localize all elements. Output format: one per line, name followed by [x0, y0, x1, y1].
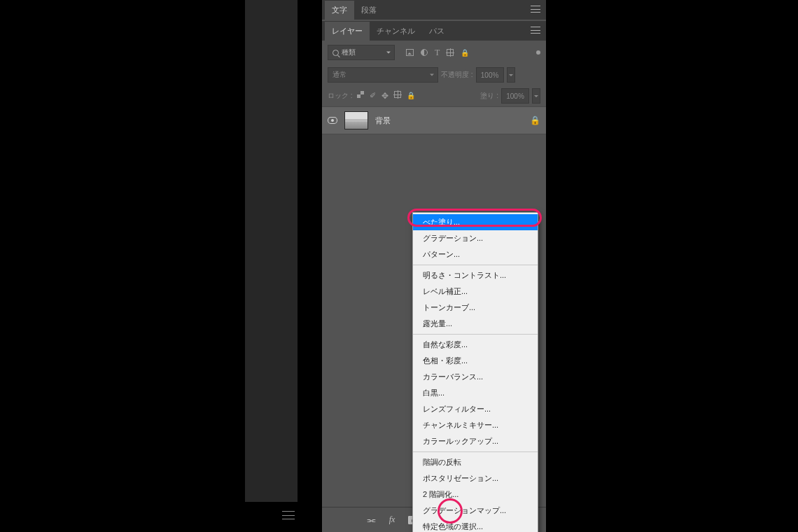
- fill-label: 塗り :: [480, 91, 498, 101]
- tab-character[interactable]: 文字: [325, 1, 354, 20]
- panel-menu-icon[interactable]: [531, 6, 540, 13]
- layer-filter-row: 種類 T: [322, 41, 546, 64]
- blend-mode-value: 通常: [332, 70, 346, 80]
- menu-item-color-balance[interactable]: カラーバランス...: [413, 369, 538, 385]
- lock-image-icon[interactable]: [370, 91, 376, 101]
- menu-separator: [413, 334, 538, 335]
- menu-item-vibrance[interactable]: 自然な彩度...: [413, 337, 538, 353]
- menu-item-threshold[interactable]: 2 階調化...: [413, 486, 538, 503]
- fill-dropdown-icon[interactable]: [532, 88, 540, 104]
- lock-transparency-icon[interactable]: [357, 91, 364, 98]
- lock-artboard-icon[interactable]: [394, 91, 401, 98]
- menu-item-hue-sat[interactable]: 色相・彩度...: [413, 353, 538, 369]
- blend-opacity-row: 通常 不透明度 : 100%: [322, 64, 546, 85]
- layer-row-background[interactable]: 背景 🔒: [322, 106, 546, 134]
- opacity-label: 不透明度 :: [441, 70, 473, 80]
- menu-item-color-lookup[interactable]: カラールックアップ...: [413, 433, 538, 449]
- filter-adjust-icon[interactable]: [421, 49, 428, 56]
- menu-item-posterize[interactable]: ポスタリゼーション...: [413, 470, 538, 486]
- link-layers-icon[interactable]: [365, 514, 377, 526]
- menu-item-selective-color[interactable]: 特定色域の選択...: [413, 519, 538, 532]
- filter-type-select[interactable]: 種類: [328, 45, 395, 60]
- adjustment-layer-menu: べた塗り... グラデーション... パターン... 明るさ・コントラスト...…: [412, 212, 538, 532]
- lock-icons-group: [357, 91, 415, 101]
- layer-name-label[interactable]: 背景: [375, 115, 391, 126]
- menu-item-pattern[interactable]: パターン...: [413, 246, 538, 262]
- blend-mode-select[interactable]: 通常: [328, 67, 438, 83]
- filter-pixel-icon[interactable]: [406, 49, 414, 56]
- filter-shape-icon[interactable]: [447, 49, 454, 56]
- filter-icons: T: [399, 48, 540, 58]
- filter-toggle-icon[interactable]: [536, 50, 540, 55]
- tab-layers[interactable]: レイヤー: [325, 22, 370, 41]
- opacity-dropdown-icon[interactable]: [507, 67, 515, 83]
- collapsed-panel-menu-icon[interactable]: [282, 511, 295, 519]
- layer-lock-icon[interactable]: 🔒: [530, 115, 540, 125]
- opacity-value-box[interactable]: 100%: [476, 67, 504, 83]
- layers-panel-menu-icon[interactable]: [531, 27, 540, 34]
- menu-item-bw[interactable]: 白黒...: [413, 385, 538, 401]
- menu-item-exposure[interactable]: 露光量...: [413, 316, 538, 332]
- menu-item-gradient-map[interactable]: グラデーションマップ...: [413, 503, 538, 519]
- menu-item-invert[interactable]: 階調の反転: [413, 454, 538, 470]
- char-panel-tabs: 文字 段落: [322, 0, 546, 20]
- visibility-eye-icon[interactable]: [328, 115, 337, 125]
- menu-item-photo-filter[interactable]: レンズフィルター...: [413, 401, 538, 417]
- menu-item-channel-mixer[interactable]: チャンネルミキサー...: [413, 417, 538, 433]
- lock-all-icon[interactable]: [407, 91, 415, 101]
- menu-separator: [413, 451, 538, 452]
- menu-separator: [413, 265, 538, 265]
- search-icon: [332, 50, 339, 56]
- menu-item-curves[interactable]: トーンカーブ...: [413, 300, 538, 316]
- menu-item-brightness[interactable]: 明るさ・コントラスト...: [413, 267, 538, 284]
- filter-type-icon[interactable]: T: [435, 48, 440, 58]
- menu-item-levels[interactable]: レベル補正...: [413, 284, 538, 300]
- layers-panel-tabs: レイヤー チャンネル パス: [322, 21, 546, 41]
- lock-fill-row: ロック : 塗り : 100%: [322, 85, 546, 106]
- canvas-edge: [245, 0, 298, 502]
- tab-paragraph[interactable]: 段落: [354, 1, 384, 20]
- lock-label: ロック :: [328, 91, 353, 101]
- menu-item-solid-color[interactable]: べた塗り...: [413, 214, 538, 230]
- lock-position-icon[interactable]: [382, 91, 388, 101]
- tab-channels[interactable]: チャンネル: [370, 22, 422, 41]
- tab-paths[interactable]: パス: [422, 22, 451, 41]
- layer-style-fx-icon[interactable]: fx: [386, 514, 398, 526]
- menu-item-gradient[interactable]: グラデーション...: [413, 230, 538, 246]
- filter-smart-icon[interactable]: [461, 48, 469, 57]
- filter-label: 種類: [342, 48, 356, 57]
- layer-thumbnail[interactable]: [344, 111, 368, 130]
- fill-value-box[interactable]: 100%: [501, 88, 529, 104]
